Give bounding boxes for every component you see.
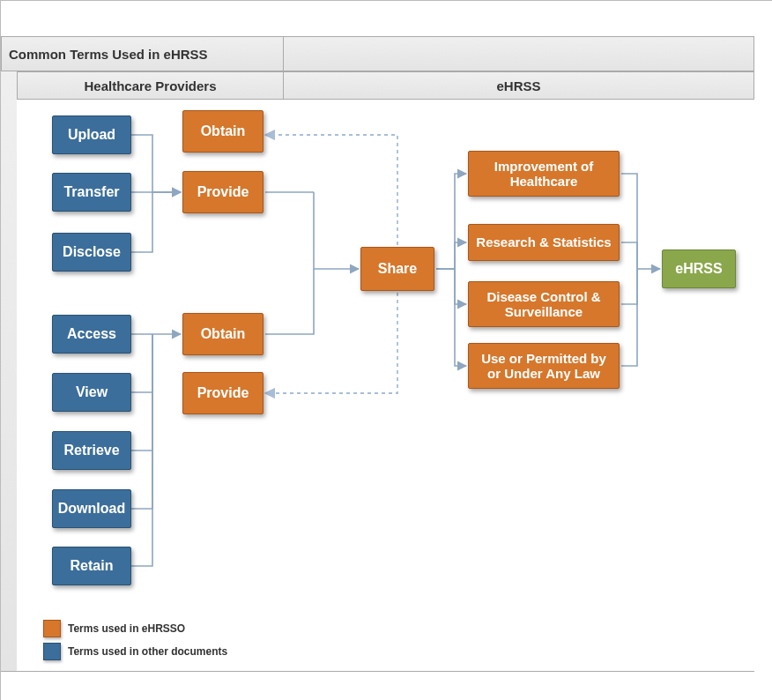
col-header-left: Healthcare Providers [17,71,284,100]
purpose-disease-control: Disease Control & Surveillance [468,281,620,327]
term-obtain-2: Obtain [182,313,264,355]
term-retain: Retain [52,547,131,585]
purpose-improvement: Improvement of Healthcare [468,151,620,197]
legend-swatch-blue [43,643,61,660]
term-provide-1: Provide [182,171,264,213]
diagram-title: Common Terms Used in eHRSS [1,36,284,71]
col-header-right: eHRSS [284,71,754,100]
node-ehrss: eHRSS [662,249,736,288]
term-provide-2: Provide [182,372,264,414]
term-obtain-1: Obtain [182,110,264,153]
diagram-stage: Common Terms Used in eHRSS Healthcare Pr… [0,0,772,700]
legend-swatch-orange [43,620,61,637]
term-disclose: Disclose [52,233,131,272]
title-spacer [284,36,754,71]
term-download: Download [52,489,131,528]
legend-label-orange: Terms used in eHRSSO [68,622,185,635]
left-gutter [1,71,18,672]
term-share: Share [360,247,434,291]
term-view: View [52,373,131,412]
legend-other-docs: Terms used in other documents [43,643,227,660]
purpose-any-law: Use or Permitted by or Under Any Law [468,343,620,389]
term-access: Access [52,315,131,354]
term-retrieve: Retrieve [52,431,131,470]
legend-label-blue: Terms used in other documents [68,645,227,658]
purpose-research: Research & Statistics [468,224,620,261]
term-upload: Upload [52,115,131,154]
legend-ehrsso: Terms used in eHRSSO [43,620,185,637]
term-transfer: Transfer [52,173,131,212]
